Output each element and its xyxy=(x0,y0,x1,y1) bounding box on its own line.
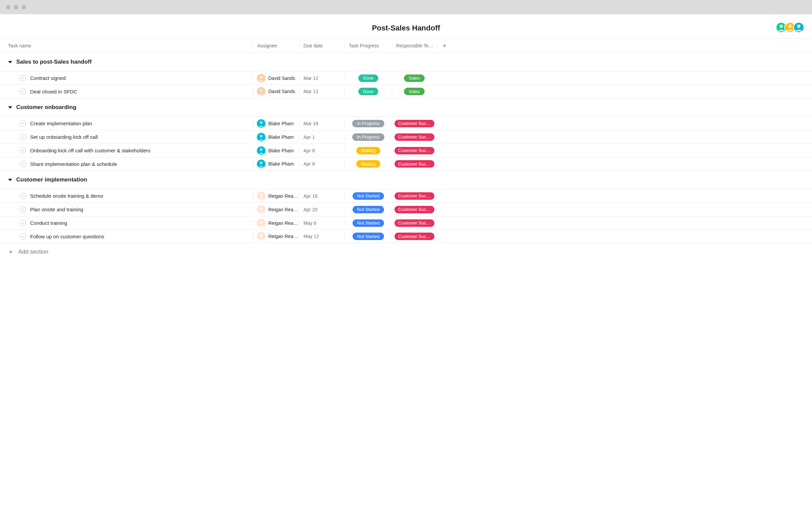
add-section-button[interactable]: Add section xyxy=(0,243,812,255)
traffic-light-minimize[interactable] xyxy=(14,5,18,9)
complete-task-checkbox[interactable] xyxy=(20,147,26,154)
assignee-cell[interactable]: David Sands xyxy=(253,74,299,83)
progress-cell[interactable]: Not Started xyxy=(344,192,392,200)
team-cell[interactable]: Customer Suc… xyxy=(392,160,436,168)
due-date-cell[interactable]: May 12 xyxy=(299,234,344,239)
progress-cell[interactable]: In Progress xyxy=(344,133,392,141)
due-date-text: Mar 12 xyxy=(303,75,318,81)
task-row[interactable]: Share implementation plan & schedule Bla… xyxy=(0,157,812,171)
team-pill: Customer Suc… xyxy=(394,192,434,200)
complete-task-checkbox[interactable] xyxy=(20,161,26,167)
complete-task-checkbox[interactable] xyxy=(20,134,26,140)
progress-cell[interactable]: In Progress xyxy=(344,120,392,127)
team-cell[interactable]: Sales xyxy=(392,74,436,82)
task-row[interactable]: Set up onboarding kick off call Blake Ph… xyxy=(0,130,812,144)
task-row[interactable]: Schedule onsite training & demo Reigan R… xyxy=(0,189,812,202)
section-header[interactable]: Sales to post-Sales handoff xyxy=(0,53,812,71)
team-cell[interactable]: Customer Suc… xyxy=(392,233,436,240)
progress-cell[interactable]: Waiting xyxy=(344,147,392,154)
task-name: Set up onboarding kick off call xyxy=(30,134,98,140)
traffic-light-close[interactable] xyxy=(6,5,10,9)
assignee-cell[interactable]: Blake Pham xyxy=(253,133,299,142)
due-date-text: May 6 xyxy=(303,220,316,226)
column-assignee[interactable]: Assignee xyxy=(253,43,299,48)
due-date-cell[interactable]: Apr 8 xyxy=(299,161,344,167)
column-due-date[interactable]: Due date xyxy=(299,43,344,48)
progress-cell[interactable]: Waiting xyxy=(344,160,392,168)
chevron-down-icon xyxy=(8,179,12,181)
assignee-cell[interactable]: Reigan Rea… xyxy=(253,232,299,241)
task-name: Schedule onsite training & demo xyxy=(30,193,103,199)
task-row[interactable]: Create implementation plan Blake Pham Ma… xyxy=(0,116,812,130)
chevron-down-icon xyxy=(8,106,12,109)
due-date-cell[interactable]: Apr 16 xyxy=(299,193,344,199)
svg-point-1 xyxy=(780,25,783,28)
team-cell[interactable]: Customer Suc… xyxy=(392,120,436,127)
task-row[interactable]: Plan onsite and training Reigan Rea… Apr… xyxy=(0,202,812,216)
complete-task-checkbox[interactable] xyxy=(20,233,26,240)
complete-task-checkbox[interactable] xyxy=(20,75,26,81)
complete-task-checkbox[interactable] xyxy=(20,88,26,95)
due-date-cell[interactable]: Mar 13 xyxy=(299,89,344,94)
task-row[interactable]: Deal closed in SFDC David Sands Mar 13 D… xyxy=(0,85,812,98)
progress-cell[interactable]: Done xyxy=(344,74,392,82)
assignee-cell[interactable]: David Sands xyxy=(253,87,299,96)
task-name: Plan onsite and training xyxy=(30,207,83,212)
team-cell[interactable]: Customer Suc… xyxy=(392,147,436,154)
due-date-cell[interactable]: Apr 1 xyxy=(299,134,344,140)
team-cell[interactable]: Customer Suc… xyxy=(392,206,436,213)
assignee-cell[interactable]: Reigan Rea… xyxy=(253,219,299,228)
task-name: Contract signed xyxy=(30,75,66,81)
task-name: Deal closed in SFDC xyxy=(30,89,77,94)
add-column-button[interactable] xyxy=(436,43,452,48)
progress-cell[interactable]: Not Started xyxy=(344,206,392,213)
task-row[interactable]: Follow up on customer questions Reigan R… xyxy=(0,230,812,243)
column-task-progress[interactable]: Task Progress xyxy=(344,43,392,48)
team-cell[interactable]: Sales xyxy=(392,88,436,95)
assignee-avatar xyxy=(257,133,266,142)
due-date-text: Mar 13 xyxy=(303,89,318,94)
column-responsible-team[interactable]: Responsible Te… xyxy=(392,43,436,48)
collaborator-avatars[interactable] xyxy=(778,22,805,33)
plus-icon xyxy=(442,43,447,48)
team-pill: Sales xyxy=(404,88,425,95)
assignee-cell[interactable]: Reigan Rea… xyxy=(253,205,299,214)
progress-cell[interactable]: Done xyxy=(344,88,392,95)
progress-cell[interactable]: Not Started xyxy=(344,219,392,227)
progress-pill: Waiting xyxy=(356,147,380,154)
task-row[interactable]: Contract signed David Sands Mar 12 Done … xyxy=(0,71,812,85)
traffic-light-zoom[interactable] xyxy=(22,5,26,9)
team-pill: Sales xyxy=(404,74,425,82)
team-cell[interactable]: Customer Suc… xyxy=(392,219,436,227)
due-date-cell[interactable]: Apr 8 xyxy=(299,148,344,153)
due-date-cell[interactable]: May 6 xyxy=(299,220,344,226)
due-date-cell[interactable]: Apr 20 xyxy=(299,207,344,212)
task-row[interactable]: Onboarding kick off call with customer &… xyxy=(0,144,812,157)
assignee-cell[interactable]: Blake Pham xyxy=(253,146,299,155)
team-pill: Customer Suc… xyxy=(394,133,434,141)
assignee-cell[interactable]: Blake Pham xyxy=(253,159,299,168)
task-name: Follow up on customer questions xyxy=(30,234,104,239)
column-task-name[interactable]: Task name xyxy=(0,43,253,48)
complete-task-checkbox[interactable] xyxy=(20,206,26,213)
due-date-cell[interactable]: Mar 18 xyxy=(299,121,344,126)
complete-task-checkbox[interactable] xyxy=(20,220,26,226)
assignee-name: David Sands xyxy=(268,75,295,81)
assignee-cell[interactable]: Reigan Rea… xyxy=(253,192,299,200)
assignee-name: Reigan Rea… xyxy=(268,193,298,199)
due-date-text: Apr 1 xyxy=(303,134,315,140)
team-pill: Customer Suc… xyxy=(394,120,434,127)
progress-cell[interactable]: Not Started xyxy=(344,233,392,240)
team-cell[interactable]: Customer Suc… xyxy=(392,133,436,141)
complete-task-checkbox[interactable] xyxy=(20,120,26,127)
svg-point-5 xyxy=(797,25,800,28)
assignee-cell[interactable]: Blake Pham xyxy=(253,119,299,128)
team-cell[interactable]: Customer Suc… xyxy=(392,192,436,200)
section-header[interactable]: Customer onboarding xyxy=(0,98,812,116)
collaborator-avatar[interactable] xyxy=(793,22,805,33)
task-row[interactable]: Conduct training Reigan Rea… May 6 Not S… xyxy=(0,216,812,230)
section-header[interactable]: Customer implementation xyxy=(0,171,812,189)
complete-task-checkbox[interactable] xyxy=(20,193,26,199)
due-date-cell[interactable]: Mar 12 xyxy=(299,75,344,81)
assignee-name: Blake Pham xyxy=(268,148,294,153)
